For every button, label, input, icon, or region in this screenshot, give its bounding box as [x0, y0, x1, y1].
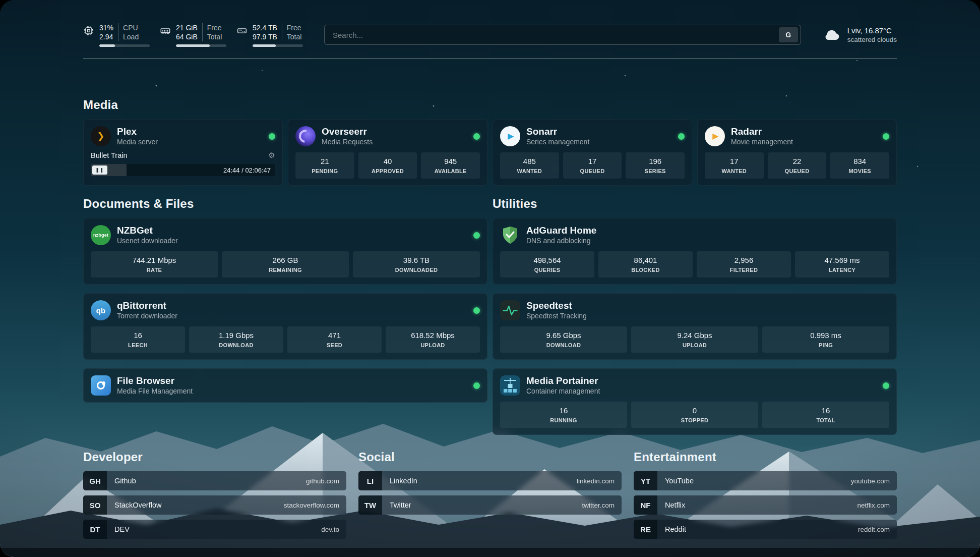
- stat-label: QUEUED: [565, 168, 620, 175]
- stat-box: 0 STOPPED: [631, 402, 758, 428]
- stat-label: QUERIES: [502, 266, 592, 273]
- filebrowser-card[interactable]: File Browser Media File Management: [83, 368, 487, 403]
- stat-value: 16: [502, 406, 625, 415]
- bookmark-abbr: SO: [83, 495, 107, 515]
- service-subtitle: Series management: [526, 137, 589, 146]
- section-title-utilities: Utilities: [493, 197, 897, 211]
- playback-pause-button[interactable]: ❚❚: [92, 165, 107, 175]
- filebrowser-icon: [91, 375, 111, 396]
- stat-box: 86,401 BLOCKED: [598, 251, 693, 277]
- ram-label-1: Free: [207, 23, 222, 32]
- service-title: AdGuard Home: [526, 225, 596, 236]
- speedtest-card[interactable]: Speedtest Speedtest Tracking 9.65 Gbps D…: [493, 293, 897, 360]
- stat-label: DOWNLOAD: [502, 342, 625, 349]
- cpu-icon: [83, 25, 94, 36]
- stat-box: 618.52 Mbps UPLOAD: [386, 326, 480, 353]
- entertainment-section: Entertainment YT YouTube youtube.com NF …: [634, 450, 897, 544]
- adguard-shield-icon: [500, 225, 520, 245]
- stat-label: RATE: [93, 266, 216, 273]
- bookmark-url: dev.to: [321, 526, 339, 533]
- stat-box: 16 TOTAL: [762, 402, 889, 428]
- bookmark-linkedin[interactable]: LI LinkedIn linkedin.com: [358, 471, 622, 490]
- bookmark-name: StackOverflow: [114, 501, 161, 509]
- bookmark-twitter[interactable]: TW Twitter twitter.com: [358, 495, 622, 515]
- stat-label: FILTERED: [699, 266, 789, 273]
- bookmark-reddit[interactable]: RE Reddit reddit.com: [634, 520, 897, 539]
- disk-label-2: Total: [287, 32, 302, 41]
- bookmark-netflix[interactable]: NF Netflix netflix.com: [634, 495, 897, 515]
- adguard-card[interactable]: AdGuard Home DNS and adblocking 498,564 …: [493, 218, 897, 285]
- disk-widget: 52.4 TB 97.9 TB Free Total: [236, 23, 303, 47]
- nzbget-card[interactable]: nzbget NZBGet Usenet downloader 744.21 M…: [83, 218, 487, 285]
- stat-label: LATENCY: [797, 266, 887, 273]
- stats-row: 17 WANTED 22 QUEUED 834 MOVIES: [705, 152, 889, 179]
- stat-box: 9.65 Gbps DOWNLOAD: [500, 326, 627, 353]
- bookmark-stackoverflow[interactable]: SO StackOverflow stackoverflow.com: [83, 495, 346, 515]
- stat-box: 1.19 Gbps DOWNLOAD: [189, 326, 283, 353]
- stat-box: 16 LEECH: [91, 326, 185, 353]
- stat-value: 47.569 ms: [797, 255, 887, 265]
- bookmark-url: netflix.com: [857, 502, 890, 509]
- bookmark-abbr: YT: [634, 471, 657, 490]
- status-badge: [883, 382, 889, 389]
- radarr-icon: ▶: [705, 126, 725, 146]
- status-badge: [883, 133, 889, 140]
- stat-label: TOTAL: [764, 417, 887, 424]
- bookmark-youtube[interactable]: YT YouTube youtube.com: [634, 471, 897, 490]
- bookmark-abbr: TW: [358, 495, 382, 515]
- stat-box: 945 AVAILABLE: [421, 152, 480, 179]
- ram-widget: 21 GiB 64 GiB Free Total: [160, 23, 226, 47]
- stat-box: 498,564 QUERIES: [500, 251, 594, 277]
- weather-condition: scattered clouds: [847, 35, 897, 44]
- disk-icon: [236, 25, 248, 36]
- stat-label: PENDING: [297, 168, 352, 175]
- dashboard-screen: 31% 2.94 CPU Load: [0, 0, 980, 557]
- stat-value: 16: [93, 330, 183, 340]
- documents-section: Documents & Files nzbget NZBGet Usenet d…: [83, 197, 487, 435]
- cpu-label-2: Load: [123, 32, 139, 41]
- bookmark-abbr: GH: [83, 471, 107, 490]
- stat-value: 744.21 Mbps: [93, 255, 216, 265]
- service-subtitle: Media server: [117, 137, 158, 146]
- topbar-divider: [83, 59, 897, 59]
- plex-card[interactable]: ❯ Plex Media server Bullet Train ⚙ ❚❚: [83, 119, 283, 186]
- stat-value: 86,401: [600, 255, 691, 265]
- service-title: Media Portainer: [526, 375, 600, 386]
- disk-total-value: 97.9 TB: [253, 32, 277, 41]
- nzbget-icon: nzbget: [91, 225, 111, 245]
- service-title: NZBGet: [117, 225, 178, 236]
- bookmark-dev[interactable]: DT DEV dev.to: [83, 520, 346, 539]
- bookmark-url: reddit.com: [858, 526, 890, 533]
- sonarr-card[interactable]: ▶ Sonarr Series management 485 WANTED: [493, 119, 692, 186]
- service-subtitle: Container management: [526, 386, 600, 396]
- disk-label-1: Free: [287, 23, 302, 32]
- stat-value: 945: [423, 156, 478, 166]
- bookmark-url: github.com: [306, 477, 339, 485]
- overseerr-card[interactable]: Overseerr Media Requests 21 PENDING 40 A…: [288, 119, 487, 186]
- portainer-card[interactable]: Media Portainer Container management 16 …: [493, 368, 897, 435]
- stat-label: SERIES: [628, 168, 683, 175]
- speedtest-icon: [500, 300, 520, 320]
- radarr-card[interactable]: ▶ Radarr Movie management 17 WANTED: [697, 119, 897, 186]
- section-title-media: Media: [83, 98, 897, 112]
- service-title: Sonarr: [526, 126, 589, 137]
- qbittorrent-card[interactable]: qb qBittorrent Torrent downloader 16 LEE…: [83, 293, 487, 360]
- stat-box: 17 WANTED: [705, 152, 764, 179]
- search-input[interactable]: [332, 30, 779, 40]
- stat-value: 16: [764, 406, 887, 415]
- bookmark-url: linkedin.com: [577, 477, 615, 485]
- service-title: qBittorrent: [117, 300, 177, 311]
- search-engine-button[interactable]: G: [779, 27, 798, 42]
- service-subtitle: Speedtest Tracking: [526, 311, 587, 320]
- section-title-documents: Documents & Files: [83, 197, 487, 211]
- settings-gear-icon[interactable]: ⚙: [269, 151, 275, 160]
- stat-box: 744.21 Mbps RATE: [91, 251, 218, 277]
- stat-box: 9.24 Gbps UPLOAD: [631, 326, 758, 353]
- stat-value: 9.65 Gbps: [502, 330, 625, 340]
- weather-widget: Lviv, 16.87°C scattered clouds: [822, 26, 897, 44]
- sonarr-icon: ▶: [500, 126, 520, 146]
- stat-value: 0.993 ms: [764, 330, 887, 340]
- stat-box: 40 APPROVED: [358, 152, 417, 179]
- playback-progress-bar[interactable]: ❚❚ 24:44 / 02:06:47: [91, 164, 275, 176]
- bookmark-github[interactable]: GH Github github.com: [83, 471, 346, 490]
